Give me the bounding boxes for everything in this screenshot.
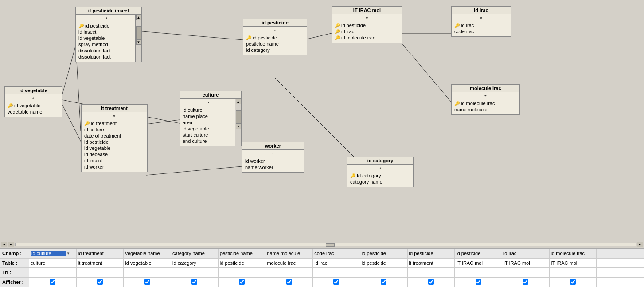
asterisk: * bbox=[183, 101, 235, 106]
table-it-pesticide-insect[interactable]: it pesticide insect * 🔑id pesticide id i… bbox=[75, 7, 142, 62]
field-id-insect: id insect bbox=[78, 29, 135, 35]
scroll-right-btn2[interactable]: ► bbox=[8, 242, 14, 247]
key-icon: 🔑 bbox=[335, 35, 340, 40]
afficher-cell-9[interactable] bbox=[455, 278, 502, 287]
table-title-lt-treatment: lt treatment bbox=[82, 105, 147, 112]
afficher-cell-5[interactable] bbox=[265, 278, 313, 287]
scroll-up-arrow[interactable]: ▲ bbox=[136, 15, 141, 20]
label-table: Table : bbox=[0, 259, 29, 268]
table-id-category[interactable]: id category * 🔑Id category category name bbox=[347, 157, 414, 187]
field-cell-5[interactable]: name molecule bbox=[265, 249, 313, 259]
table-worker[interactable]: worker * id worker name worker bbox=[242, 142, 304, 173]
field-id-worker: id worker bbox=[84, 164, 144, 170]
table-cell-8: lt treatment bbox=[408, 259, 455, 268]
tri-cell-8 bbox=[408, 268, 455, 278]
field-cell-3[interactable]: category name bbox=[171, 249, 219, 259]
scroll-right-btn[interactable]: ► bbox=[637, 242, 643, 247]
afficher-cell-12 bbox=[597, 278, 644, 287]
asterisk: * bbox=[246, 28, 304, 34]
afficher-check-1[interactable] bbox=[97, 279, 103, 285]
tri-cell-9 bbox=[455, 268, 502, 278]
field-cell-6[interactable]: code irac bbox=[313, 249, 360, 259]
svg-line-5 bbox=[146, 166, 242, 175]
table-it-irac-mol[interactable]: IT IRAC mol * 🔑id pesticide 🔑id irac 🔑id… bbox=[332, 6, 402, 43]
tri-cell-12 bbox=[597, 268, 644, 278]
table-lt-treatment[interactable]: lt treatment * 🔑id treatment id culture … bbox=[81, 104, 148, 172]
afficher-cell-3[interactable] bbox=[171, 278, 219, 287]
afficher-check-3[interactable] bbox=[191, 279, 197, 285]
afficher-cell-2[interactable] bbox=[124, 278, 171, 287]
field-cell-10[interactable]: id irac bbox=[502, 249, 550, 259]
table-molecule-irac[interactable]: molecule irac * 🔑id molecule irac name m… bbox=[451, 84, 520, 115]
afficher-check-2[interactable] bbox=[144, 279, 150, 285]
field-id-vegetable-lt: id vegetable bbox=[84, 145, 144, 151]
field-cell-4[interactable]: pesticide name bbox=[219, 249, 266, 259]
table-cell-6: id irac bbox=[313, 259, 360, 268]
afficher-cell-11[interactable] bbox=[550, 278, 597, 287]
bottom-panel: Champ : ▼ id treatment vegetable name ca… bbox=[0, 248, 644, 287]
afficher-check-7[interactable] bbox=[381, 279, 386, 285]
asterisk: * bbox=[84, 114, 144, 119]
field-id-molecule-irac-im: 🔑id molecule irac bbox=[335, 35, 399, 41]
afficher-cell-1[interactable] bbox=[77, 278, 124, 287]
field-cell-11[interactable]: id molecule irac bbox=[550, 249, 597, 259]
key-icon: 🔑 bbox=[454, 23, 460, 28]
field-pesticide-name: pesticide name bbox=[246, 41, 304, 47]
afficher-check-11[interactable] bbox=[570, 279, 576, 285]
scroll-down-arrow-c[interactable]: ▼ bbox=[236, 124, 241, 129]
table-id-irac[interactable]: id irac * 🔑id irac code irac bbox=[451, 6, 511, 37]
afficher-check-4[interactable] bbox=[239, 279, 245, 285]
field-cell-0[interactable]: ▼ bbox=[29, 249, 77, 259]
field-dissolution-fact1: dissolution fact bbox=[78, 47, 135, 54]
table-title-id-category: id category bbox=[347, 157, 413, 165]
afficher-cell-8[interactable] bbox=[408, 278, 455, 287]
field-id-molecule-irac-pk: 🔑id molecule irac bbox=[454, 100, 517, 106]
scroll-up-arrow-c[interactable]: ▲ bbox=[236, 99, 241, 104]
field-cell-8[interactable]: id pesticide bbox=[408, 249, 455, 259]
afficher-cell-0[interactable] bbox=[29, 278, 77, 287]
horizontal-scrollbar[interactable]: ◄ ► ► bbox=[0, 241, 644, 248]
tri-cell-6 bbox=[313, 268, 360, 278]
field-id-category-pk: 🔑Id category bbox=[350, 173, 410, 179]
svg-line-3 bbox=[146, 120, 180, 124]
scroll-track[interactable] bbox=[15, 243, 636, 246]
field-cell-1[interactable]: id treatment bbox=[77, 249, 124, 259]
scroll-left-btn[interactable]: ◄ bbox=[1, 242, 7, 247]
key-icon: 🔑 bbox=[8, 103, 13, 108]
field-input-0[interactable] bbox=[31, 251, 66, 256]
tri-cell-0 bbox=[29, 268, 77, 278]
table-id-vegetable[interactable]: id vegetable * 🔑id vegetable vegetable n… bbox=[4, 86, 62, 117]
scroll-down-arrow[interactable]: ▼ bbox=[136, 39, 141, 45]
afficher-check-9[interactable] bbox=[476, 279, 481, 285]
asterisk: * bbox=[350, 166, 410, 172]
afficher-check-10[interactable] bbox=[523, 279, 528, 285]
afficher-cell-10[interactable] bbox=[502, 278, 550, 287]
table-cell-11: IT IRAC mol bbox=[550, 259, 597, 268]
field-cell-12[interactable] bbox=[597, 249, 644, 259]
field-id-irac-pk: 🔑id irac bbox=[454, 22, 508, 28]
query-grid: Champ : ▼ id treatment vegetable name ca… bbox=[0, 249, 644, 287]
svg-line-7 bbox=[304, 33, 332, 40]
afficher-cell-7[interactable] bbox=[360, 278, 408, 287]
table-cell-1: lt treatment bbox=[77, 259, 124, 268]
table-id-pesticide[interactable]: id pesticide * 🔑id pesticide pesticide n… bbox=[243, 19, 307, 55]
afficher-check-6[interactable] bbox=[333, 279, 339, 285]
field-id-pesticide: 🔑id pesticide bbox=[78, 23, 135, 29]
field-id-treatment: 🔑id treatment bbox=[84, 120, 144, 126]
table-title-id-vegetable: id vegetable bbox=[5, 87, 62, 94]
afficher-cell-4[interactable] bbox=[219, 278, 266, 287]
field-id-pesticide-im: 🔑id pesticide bbox=[335, 22, 399, 28]
table-culture[interactable]: culture * id culture name place area id … bbox=[180, 91, 242, 146]
field-cell-9[interactable]: id pesticide bbox=[455, 249, 502, 259]
dropdown-arrow-0[interactable]: ▼ bbox=[66, 252, 70, 256]
table-cell-12 bbox=[597, 259, 644, 268]
field-cell-2[interactable]: vegetable name bbox=[124, 249, 171, 259]
table-title-culture: culture bbox=[180, 91, 241, 99]
afficher-cell-6[interactable] bbox=[313, 278, 360, 287]
field-cell-7[interactable]: id pesticide bbox=[360, 249, 408, 259]
afficher-check-5[interactable] bbox=[286, 279, 292, 285]
afficher-check-0[interactable] bbox=[50, 279, 55, 285]
afficher-check-8[interactable] bbox=[428, 279, 434, 285]
field-id-worker-w: id worker bbox=[245, 158, 301, 164]
tri-cell-4 bbox=[219, 268, 266, 278]
